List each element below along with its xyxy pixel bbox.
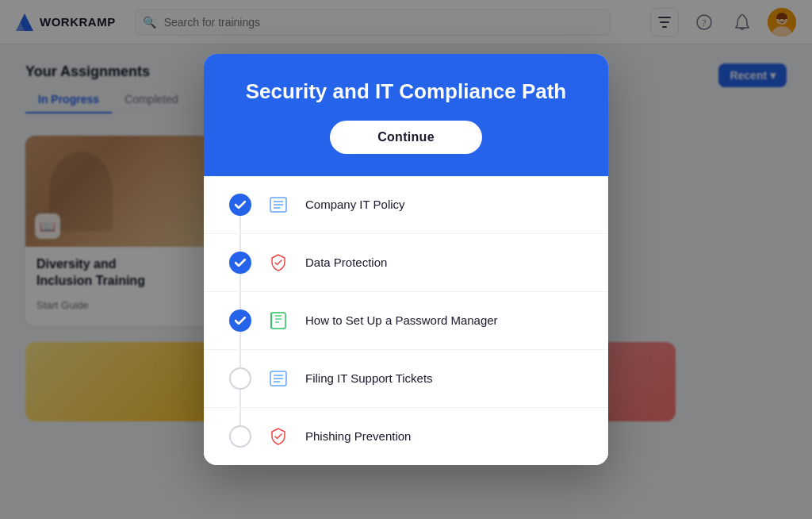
- modal-overlay[interactable]: Security and IT Compliance Path Continue: [0, 0, 812, 519]
- modal: Security and IT Compliance Path Continue: [204, 54, 608, 464]
- course-icon-data-protection: [264, 248, 293, 277]
- svg-rect-16: [271, 313, 285, 329]
- course-name-phishing: Phishing Prevention: [305, 429, 411, 443]
- course-icon-filing-tickets: [264, 364, 293, 393]
- list-icon: [269, 195, 288, 214]
- shield-icon: [269, 253, 288, 272]
- check-password-manager: [229, 309, 251, 332]
- continue-button[interactable]: Continue: [330, 121, 482, 154]
- list-icon-2: [269, 369, 288, 388]
- course-name-data-protection: Data Protection: [305, 256, 387, 269]
- shield-icon-2: [269, 427, 288, 446]
- modal-body: Company IT Policy Dat: [204, 176, 608, 465]
- modal-header: Security and IT Compliance Path Continue: [204, 54, 608, 175]
- course-icon-company-it: [264, 190, 293, 219]
- checkmark-icon: [235, 201, 246, 209]
- course-item-filing-tickets[interactable]: Filing IT Support Tickets: [204, 350, 608, 408]
- courses-list: Company IT Policy Dat: [204, 176, 608, 465]
- course-name-company-it: Company IT Policy: [305, 198, 405, 211]
- course-item-company-it-policy[interactable]: Company IT Policy: [204, 176, 608, 234]
- course-item-password-manager[interactable]: How to Set Up a Password Manager: [204, 292, 608, 350]
- course-name-filing-tickets: Filing IT Support Tickets: [305, 371, 433, 385]
- checkmark-icon-2: [235, 259, 246, 267]
- course-icon-password-manager: [264, 306, 293, 335]
- course-item-phishing[interactable]: Phishing Prevention: [204, 408, 608, 465]
- check-data-protection: [229, 252, 251, 274]
- course-name-password-manager: How to Set Up a Password Manager: [305, 313, 498, 327]
- circle-filing-tickets: [229, 367, 251, 390]
- course-icon-phishing: [264, 422, 293, 451]
- check-company-it: [229, 194, 251, 216]
- checkmark-icon-3: [235, 317, 246, 325]
- book-icon: [269, 311, 288, 330]
- circle-phishing: [229, 425, 251, 448]
- course-item-data-protection[interactable]: Data Protection: [204, 234, 608, 292]
- modal-title: Security and IT Compliance Path: [236, 79, 576, 104]
